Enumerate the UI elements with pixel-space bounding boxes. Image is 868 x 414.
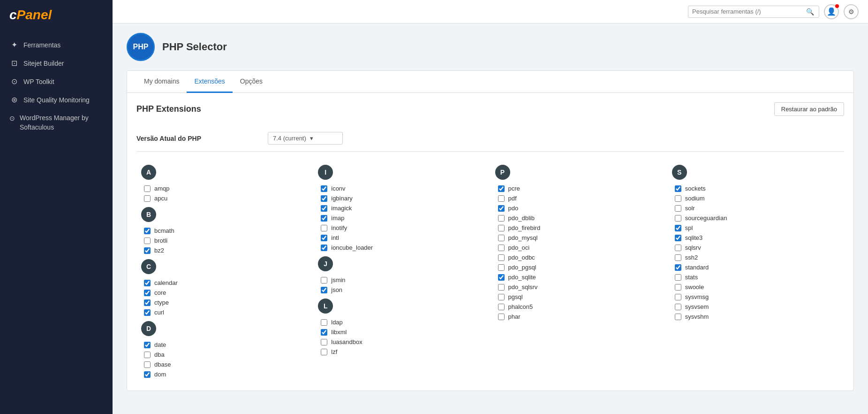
ext-label-jsmin[interactable]: jsmin bbox=[331, 276, 345, 284]
ext-label-imagick[interactable]: imagick bbox=[331, 205, 352, 212]
ext-label-core[interactable]: core bbox=[154, 289, 166, 296]
checkbox-pdo-dblib[interactable] bbox=[498, 215, 505, 222]
checkbox-core[interactable] bbox=[144, 290, 151, 296]
checkbox-sqlite3[interactable] bbox=[675, 235, 681, 241]
ext-label-date[interactable]: date bbox=[154, 341, 166, 348]
checkbox-pdo-oci[interactable] bbox=[498, 245, 505, 251]
ext-label-ssh2[interactable]: ssh2 bbox=[685, 254, 698, 261]
checkbox-brotli[interactable] bbox=[144, 238, 151, 244]
tab-mydomains[interactable]: My domains bbox=[136, 71, 187, 93]
checkbox-ldap[interactable] bbox=[321, 319, 327, 326]
checkbox-pdo-sqlite[interactable] bbox=[498, 274, 505, 281]
tab-opcoes[interactable]: Opções bbox=[233, 71, 270, 93]
checkbox-date[interactable] bbox=[144, 342, 151, 348]
checkbox-sysvmsg[interactable] bbox=[675, 294, 681, 300]
ext-label-solr[interactable]: solr bbox=[685, 205, 695, 212]
ext-label-pcre[interactable]: pcre bbox=[508, 185, 520, 192]
ext-label-imap[interactable]: imap bbox=[331, 215, 344, 222]
ext-label-sourceguardian[interactable]: sourceguardian bbox=[685, 215, 727, 222]
checkbox-pdo-mysql[interactable] bbox=[498, 235, 505, 241]
checkbox-curl[interactable] bbox=[144, 309, 151, 316]
checkbox-pdo-firebird[interactable] bbox=[498, 225, 505, 231]
checkbox-inotify[interactable] bbox=[321, 225, 327, 231]
checkbox-solr[interactable] bbox=[675, 205, 681, 212]
ext-label-pdf[interactable]: pdf bbox=[508, 195, 517, 202]
ext-label-pdo[interactable]: pdo bbox=[508, 205, 519, 212]
user-avatar[interactable]: 👤 bbox=[824, 4, 839, 19]
ext-label-spl[interactable]: spl bbox=[685, 224, 693, 231]
checkbox-ctype[interactable] bbox=[144, 299, 151, 306]
ext-label-pdo-oci[interactable]: pdo_oci bbox=[508, 244, 530, 251]
sidebar-item-wptoolkit[interactable]: ⊙ WP Toolkit bbox=[0, 72, 113, 91]
ext-label-calendar[interactable]: calendar bbox=[154, 279, 178, 286]
checkbox-json[interactable] bbox=[321, 287, 327, 293]
sidebar-item-ferramentas[interactable]: ✦ Ferramentas bbox=[0, 36, 113, 54]
sidebar-item-sitejet[interactable]: ⊡ Sitejet Builder bbox=[0, 54, 113, 72]
checkbox-pdo-pgsql[interactable] bbox=[498, 264, 505, 271]
ext-label-pdo-pgsql[interactable]: pdo_pgsql bbox=[508, 264, 536, 271]
ext-label-igbinary[interactable]: igbinary bbox=[331, 195, 353, 202]
ext-label-pdo-dblib[interactable]: pdo_dblib bbox=[508, 215, 535, 222]
checkbox-dba[interactable] bbox=[144, 352, 151, 358]
version-select[interactable]: 7.4 (current) ▾ bbox=[268, 132, 343, 145]
ext-label-sqlite3[interactable]: sqlite3 bbox=[685, 234, 703, 241]
checkbox-stats[interactable] bbox=[675, 274, 681, 281]
search-input[interactable] bbox=[692, 8, 805, 15]
ext-label-ldap[interactable]: ldap bbox=[331, 319, 343, 326]
checkbox-calendar[interactable] bbox=[144, 280, 151, 286]
checkbox-dom[interactable] bbox=[144, 371, 151, 378]
checkbox-imagick[interactable] bbox=[321, 205, 327, 212]
checkbox-lzf[interactable] bbox=[321, 349, 327, 355]
checkbox-sodium[interactable] bbox=[675, 195, 681, 202]
ext-label-dbase[interactable]: dbase bbox=[154, 361, 171, 368]
ext-label-apcu[interactable]: apcu bbox=[154, 195, 167, 202]
checkbox-phar[interactable] bbox=[498, 314, 505, 320]
checkbox-jsmin[interactable] bbox=[321, 277, 327, 284]
checkbox-ssh2[interactable] bbox=[675, 254, 681, 261]
ext-label-libxml[interactable]: libxml bbox=[331, 329, 347, 336]
sidebar-item-wpmanager[interactable]: ⊙ WordPress Manager bySoftaculous bbox=[0, 109, 113, 137]
search-button[interactable]: 🔍 bbox=[805, 8, 815, 15]
ext-label-amqp[interactable]: amqp bbox=[154, 185, 170, 192]
checkbox-dbase[interactable] bbox=[144, 361, 151, 368]
ext-label-json[interactable]: json bbox=[331, 286, 342, 293]
checkbox-igbinary[interactable] bbox=[321, 195, 327, 202]
checkbox-phalcon5[interactable] bbox=[498, 304, 505, 310]
ext-label-sqlsrv[interactable]: sqlsrv bbox=[685, 244, 701, 251]
ext-label-pdo-sqlite[interactable]: pdo_sqlite bbox=[508, 274, 536, 281]
ext-label-lzf[interactable]: lzf bbox=[331, 348, 337, 355]
ext-label-swoole[interactable]: swoole bbox=[685, 284, 704, 291]
checkbox-imap[interactable] bbox=[321, 215, 327, 222]
ext-label-phalcon5[interactable]: phalcon5 bbox=[508, 303, 533, 310]
checkbox-pgsql[interactable] bbox=[498, 294, 505, 300]
ext-label-pdo-firebird[interactable]: pdo_firebird bbox=[508, 224, 541, 231]
checkbox-pdo-odbc[interactable] bbox=[498, 254, 505, 261]
ext-label-phar[interactable]: phar bbox=[508, 313, 521, 320]
checkbox-bz2[interactable] bbox=[144, 247, 151, 254]
checkbox-sysvshm[interactable] bbox=[675, 314, 681, 320]
checkbox-pcre[interactable] bbox=[498, 185, 505, 192]
ext-label-brotli[interactable]: brotli bbox=[154, 237, 167, 244]
ext-label-iconv[interactable]: iconv bbox=[331, 185, 345, 192]
checkbox-sqlsrv[interactable] bbox=[675, 245, 681, 251]
ext-label-inotify[interactable]: inotify bbox=[331, 224, 347, 231]
ext-label-luasandbox[interactable]: luasandbox bbox=[331, 338, 362, 345]
ext-label-pdo-mysql[interactable]: pdo_mysql bbox=[508, 234, 538, 241]
ext-label-stats[interactable]: stats bbox=[685, 274, 698, 281]
ext-label-pdo-odbc[interactable]: pdo_odbc bbox=[508, 254, 535, 261]
tab-extensoes[interactable]: Extensões bbox=[187, 71, 232, 93]
settings-icon[interactable]: ⚙ bbox=[844, 4, 859, 19]
checkbox-iconv[interactable] bbox=[321, 185, 327, 192]
ext-label-dba[interactable]: dba bbox=[154, 351, 165, 358]
checkbox-amqp[interactable] bbox=[144, 185, 151, 192]
checkbox-intl[interactable] bbox=[321, 235, 327, 241]
checkbox-standard[interactable] bbox=[675, 264, 681, 271]
checkbox-apcu[interactable] bbox=[144, 195, 151, 202]
ext-label-sysvsem[interactable]: sysvsem bbox=[685, 303, 709, 310]
checkbox-ioncube-loader[interactable] bbox=[321, 245, 327, 251]
ext-label-ioncube-loader[interactable]: ioncube_loader bbox=[331, 244, 373, 251]
checkbox-bcmath[interactable] bbox=[144, 228, 151, 234]
checkbox-spl[interactable] bbox=[675, 225, 681, 231]
checkbox-swoole[interactable] bbox=[675, 284, 681, 291]
ext-label-bz2[interactable]: bz2 bbox=[154, 247, 164, 254]
